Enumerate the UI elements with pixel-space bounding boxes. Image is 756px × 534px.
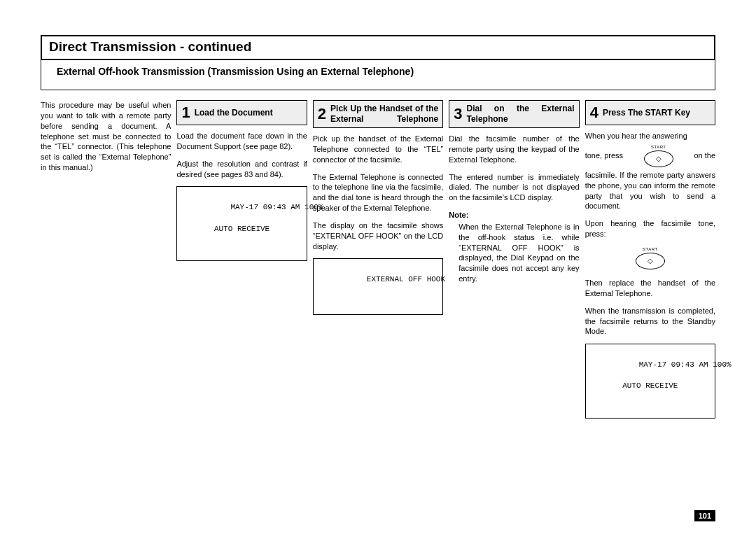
page-title: Direct Transmission - continued <box>41 35 715 60</box>
step-4-header: 4 Press The START Key <box>585 100 715 125</box>
page-number: 101 <box>694 510 715 521</box>
section-subtitle: External Off-hook Transmission (Transmis… <box>41 60 715 90</box>
lcd-1-line2: AUTO RECEIVE <box>184 224 299 234</box>
step-3-title: Dial on the External Telephone <box>466 104 574 125</box>
start-button-inline: START ◇ <box>644 144 673 167</box>
step-2-p3: The display on the facsimile shows “EXTE… <box>313 220 443 252</box>
step-1-p1: Load the document face down in the Docum… <box>176 131 307 152</box>
step-4-body: When you hear the answering tone, press … <box>585 131 715 419</box>
note-body: When the External Telephone is in the of… <box>458 222 579 284</box>
step-4-p3: Upon hearing the facsimile tone, press: <box>585 218 715 239</box>
step-1-header: 1 Load the Document <box>176 100 307 125</box>
step-4-p5: When the transmission is completed, the … <box>585 306 715 337</box>
step-2-p2: The External Telephone is connected to t… <box>313 172 443 213</box>
note-label: Note: <box>449 210 579 220</box>
step-1-body: Load the document face down in the Docum… <box>176 131 307 261</box>
step-4-number: 4 <box>590 105 598 120</box>
step-4-inline-row: tone, press START ◇ on the <box>585 144 715 167</box>
step-1-p2: Adjust the resolution and contrast if de… <box>176 159 307 180</box>
start-button-block: START ◇ <box>585 246 715 269</box>
step-4-p1b-left: tone, press <box>585 150 623 161</box>
start-button-icon: ◇ <box>644 150 673 167</box>
step-1-number: 1 <box>181 105 190 120</box>
step-1-title: Load the Document <box>195 108 273 118</box>
step-4-p4: Then replace the handset of the External… <box>585 278 715 299</box>
lcd-1-line1: MAY-17 09:43 AM 100% <box>230 203 323 211</box>
manual-page: Direct Transmission - continued External… <box>0 0 756 534</box>
lcd-3-line1: MAY-17 09:43 AM 100% <box>639 360 732 369</box>
step-1-column: 1 Load the Document Load the document fa… <box>176 100 307 426</box>
intro-column: This procedure may be useful when you wa… <box>41 100 171 426</box>
step-4-p2: facsimile. If the remote party answers t… <box>585 170 715 211</box>
intro-text: This procedure may be useful when you wa… <box>41 100 171 173</box>
lcd-2-line1: EXTERNAL OFF HOOK <box>367 275 445 283</box>
lcd-3-line2: AUTO RECEIVE <box>593 381 708 391</box>
step-4-title: Press The START Key <box>603 108 690 118</box>
start-button-icon-2: ◇ <box>636 253 665 269</box>
lcd-display-2: EXTERNAL OFF HOOK <box>313 258 443 314</box>
step-3-header: 3 Dial on the External Telephone <box>449 100 579 128</box>
start-label-2: START <box>636 246 665 252</box>
step-3-number: 3 <box>454 106 462 122</box>
step-2-title: Pick Up the Handset of the External Tele… <box>330 104 438 125</box>
lcd-display-1: MAY-17 09:43 AM 100% AUTO RECEIVE <box>176 186 307 260</box>
step-2-number: 2 <box>318 106 326 122</box>
step-4-column: 4 Press The START Key When you hear the … <box>585 100 715 426</box>
step-3-p1: Dial the facsimile number of the remote … <box>449 134 579 165</box>
step-2-header: 2 Pick Up the Handset of the External Te… <box>313 100 443 128</box>
step-2-p1: Pick up the handset of the External Tele… <box>313 134 443 165</box>
step-2-column: 2 Pick Up the Handset of the External Te… <box>313 100 443 426</box>
step-3-column: 3 Dial on the External Telephone Dial th… <box>449 100 579 426</box>
step-3-p2: The entered number is immediately dialed… <box>449 172 579 204</box>
content-columns: This procedure may be useful when you wa… <box>41 100 715 426</box>
step-2-body: Pick up the handset of the External Tele… <box>313 134 443 315</box>
step-3-body: Dial the facsimile number of the remote … <box>449 134 579 284</box>
step-4-p1b-right: on the <box>694 150 715 161</box>
lcd-display-3: MAY-17 09:43 AM 100% AUTO RECEIVE <box>585 344 715 418</box>
step-4-p1a: When you hear the answering <box>585 131 715 141</box>
start-label-1: START <box>644 144 673 150</box>
